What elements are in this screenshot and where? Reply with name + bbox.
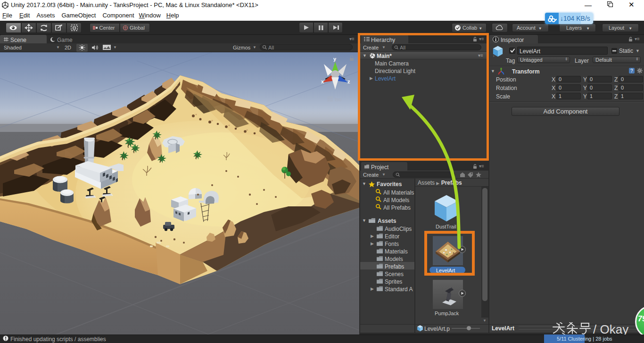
svg-text:x: x (321, 79, 324, 84)
svg-text:z: z (347, 79, 350, 84)
svg-text:Iso: Iso (335, 97, 342, 102)
svg-text:y: y (333, 56, 337, 62)
